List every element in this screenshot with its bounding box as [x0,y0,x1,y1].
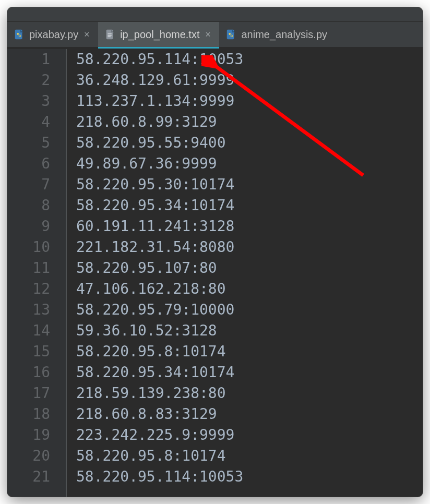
editor-area[interactable]: 123456789101112131415161718192021 58.220… [7,47,423,497]
line-number: 16 [7,362,50,383]
line-number: 14 [7,320,50,341]
line-number: 7 [7,174,50,195]
close-icon[interactable]: × [204,30,212,39]
svg-rect-4 [108,33,112,34]
svg-point-8 [229,33,231,35]
text-file-icon [104,29,116,40]
code-line[interactable]: 58.220.95.8:10174 [76,341,423,362]
code-line[interactable]: 59.36.10.52:3128 [76,320,423,341]
code-line[interactable]: 58.220.95.114:10053 [76,49,423,70]
line-number: 17 [7,383,50,404]
line-number: 1 [7,49,50,70]
line-number: 19 [7,425,50,446]
line-number-gutter: 123456789101112131415161718192021 [7,49,66,497]
svg-rect-6 [108,37,111,37]
line-number: 3 [7,91,50,112]
svg-point-9 [231,35,233,37]
line-number: 15 [7,341,50,362]
python-file-icon [225,29,237,40]
line-number: 21 [7,466,50,487]
line-number: 13 [7,299,50,320]
svg-point-2 [19,35,21,37]
code-line[interactable]: 218.59.139.238:80 [76,383,423,404]
line-number: 11 [7,258,50,279]
code-line[interactable]: 58.220.95.114:10053 [76,466,423,487]
svg-point-1 [17,33,19,35]
python-file-icon [14,29,25,40]
toolbar-strip [7,7,423,22]
code-line[interactable]: 58.220.95.30:10174 [76,174,423,195]
code-line[interactable]: 218.60.8.83:3129 [76,404,423,425]
code-line[interactable]: 113.237.1.134:9999 [76,91,423,112]
line-number: 20 [7,446,50,466]
tab-label: anime_analysis.py [241,29,327,41]
editor-window: pixabay.py × ip_pool_home.txt × [7,7,423,497]
code-content[interactable]: 58.220.95.114:1005336.248.129.61:9999113… [66,49,423,497]
code-line[interactable]: 58.220.95.34:10174 [76,195,423,216]
code-line[interactable]: 49.89.67.36:9999 [76,153,423,174]
code-line[interactable]: 36.248.129.61:9999 [76,70,423,91]
tab-label: pixabay.py [29,29,78,41]
line-number: 2 [7,70,50,91]
line-number: 9 [7,216,50,237]
tab-anime-analysis[interactable]: anime_analysis.py [219,22,335,47]
line-number: 10 [7,237,50,258]
code-line[interactable]: 221.182.31.54:8080 [76,237,423,258]
line-number: 18 [7,404,50,425]
tab-pixabay[interactable]: pixabay.py × [7,22,98,47]
line-number: 8 [7,195,50,216]
code-line[interactable]: 218.60.8.99:3129 [76,112,423,133]
line-number: 5 [7,133,50,153]
code-line[interactable]: 58.220.95.8:10174 [76,446,423,466]
line-number: 6 [7,153,50,174]
tab-ip-pool-home[interactable]: ip_pool_home.txt × [98,22,219,47]
code-line[interactable]: 58.220.95.107:80 [76,258,423,279]
code-line[interactable]: 58.220.95.79:10000 [76,299,423,320]
code-line[interactable]: 58.220.95.34:10174 [76,362,423,383]
code-line[interactable]: 47.106.162.218:80 [76,279,423,299]
line-number: 4 [7,112,50,133]
code-line[interactable]: 58.220.95.55:9400 [76,133,423,153]
svg-rect-5 [108,35,112,35]
tab-label: ip_pool_home.txt [120,29,199,41]
code-line[interactable]: 223.242.225.9:9999 [76,425,423,446]
line-number: 12 [7,279,50,299]
tab-bar: pixabay.py × ip_pool_home.txt × [7,22,423,47]
code-line[interactable]: 60.191.11.241:3128 [76,216,423,237]
close-icon[interactable]: × [82,30,91,39]
